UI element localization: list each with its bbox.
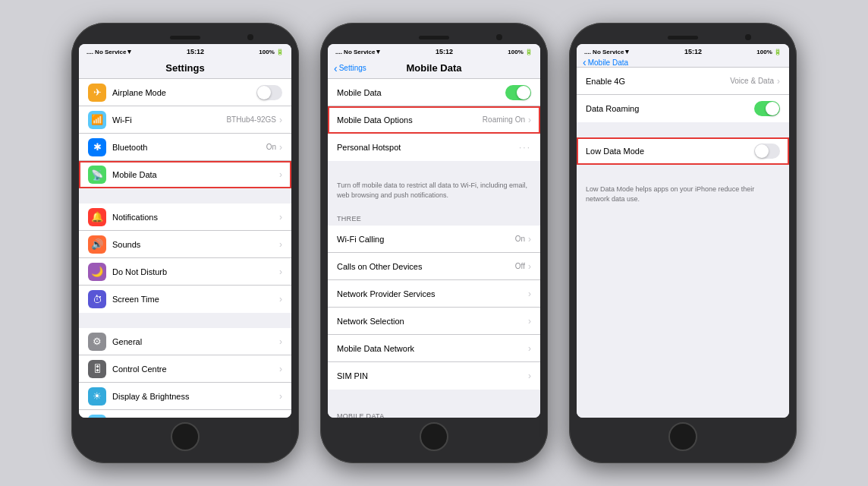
bluetooth-row[interactable]: ✱BluetoothOn› <box>79 134 291 161</box>
toggle-switch[interactable] <box>505 85 531 100</box>
wifi-icon: 📶 <box>88 111 106 129</box>
bluetooth-icon: ✱ <box>88 138 106 156</box>
enable-4g-label: Enable 4G <box>586 77 730 86</box>
home-button[interactable] <box>171 422 200 451</box>
personal-hotspot-row[interactable]: Personal Hotspot··· <box>328 134 540 161</box>
enable-4g-value: Voice & Data <box>730 77 774 85</box>
control-label: Control Centre <box>112 364 279 374</box>
wifi-row[interactable]: 📶Wi-FiBTHub4-92GS› <box>79 106 291 134</box>
phone2-shell: .... No Service ▾15:12100% 🔋‹SettingsMob… <box>320 23 548 463</box>
sim-pin-label: SIM PIN <box>337 371 528 380</box>
low-data-section-section: Low Data Mode <box>577 137 789 165</box>
toggle-thumb <box>517 86 530 99</box>
three-section: THREEWi-Fi CallingOn›Calls on Other Devi… <box>328 207 540 390</box>
status-battery: 100% 🔋 <box>756 49 782 55</box>
data-roaming-label: Data Roaming <box>586 104 754 113</box>
mobile-data-options-value: Roaming On <box>483 115 525 124</box>
status-time: 15:12 <box>436 48 453 55</box>
low-data-mode-label: Low Data Mode <box>586 147 754 156</box>
status-time: 15:12 <box>684 48 702 55</box>
mobile-data-options-label: Mobile Data Options <box>337 115 483 125</box>
home-button[interactable] <box>668 422 697 451</box>
data-roaming-row[interactable]: Data Roaming <box>577 95 789 122</box>
display-chevron: › <box>279 391 282 402</box>
calls-other-chevron: › <box>528 261 531 272</box>
notifications-label: Notifications <box>112 213 279 222</box>
display-row[interactable]: ☀Display & Brightness› <box>79 383 291 410</box>
status-battery: 100% 🔋 <box>508 49 533 55</box>
toggle-switch[interactable] <box>754 101 780 116</box>
screen-time-icon: ⏱ <box>88 290 106 308</box>
status-battery: 100% 🔋 <box>259 49 284 55</box>
accessibility-icon: ♿ <box>88 415 106 418</box>
airplane-row[interactable]: ✈Airplane Mode <box>79 79 291 106</box>
connectivity-section: ✈Airplane Mode📶Wi-FiBTHub4-92GS›✱Bluetoo… <box>79 79 291 188</box>
mobile-data-network-row[interactable]: Mobile Data Network› <box>328 335 540 362</box>
mobile-data-network-label: Mobile Data Network <box>337 344 528 353</box>
mobile-data-bottom-section: MOBILE DATA <box>328 405 540 418</box>
status-bar: .... No Service ▾15:12100% 🔋 <box>328 44 540 59</box>
wifi-calling-row[interactable]: Wi-Fi CallingOn› <box>328 226 540 253</box>
low-data-desc-description: Low Data Mode helps apps on your iPhone … <box>577 180 789 211</box>
screen-content: Mobile DataMobile Data OptionsRoaming On… <box>328 79 540 418</box>
control-row[interactable]: 🎛Control Centre› <box>79 355 291 383</box>
toggle-switch[interactable] <box>754 144 780 159</box>
status-time: 15:12 <box>187 48 204 55</box>
dnd-row[interactable]: 🌙Do Not Disturb› <box>79 258 291 286</box>
notifications-row[interactable]: 🔔Notifications› <box>79 204 291 231</box>
sim-pin-row[interactable]: SIM PIN› <box>328 362 540 390</box>
wifi-chevron: › <box>279 115 282 125</box>
general-label: General <box>112 337 279 346</box>
personal-hotspot-label: Personal Hotspot <box>337 143 519 152</box>
phone-speaker <box>419 36 449 39</box>
screen-time-row[interactable]: ⏱Screen Time› <box>79 286 291 313</box>
dnd-chevron: › <box>279 267 282 277</box>
main-section: Enable 4GVoice & Data›Data Roaming <box>577 68 789 122</box>
notifications-chevron: › <box>279 212 282 222</box>
nav-bar: ‹SettingsMobile Data <box>328 59 540 79</box>
airplane-label: Airplane Mode <box>112 88 256 97</box>
status-signal: .... No Service ▾ <box>335 48 380 55</box>
general-row[interactable]: ⚙General› <box>79 328 291 355</box>
low-data-section-group: Low Data Mode <box>577 137 789 165</box>
wifi-value: BTHub4-92GS <box>226 115 276 124</box>
mobile-data-options-row[interactable]: Mobile Data OptionsRoaming On› <box>328 106 540 134</box>
network-selection-chevron: › <box>528 316 531 327</box>
notifications-icon: 🔔 <box>88 208 106 226</box>
sounds-row[interactable]: 🔊Sounds› <box>79 231 291 258</box>
bluetooth-value: On <box>266 143 276 151</box>
three-group: Wi-Fi CallingOn›Calls on Other DevicesOf… <box>328 226 540 390</box>
display-label: Display & Brightness <box>112 392 279 401</box>
back-button[interactable]: ‹Settings <box>334 62 366 74</box>
enable-4g-row[interactable]: Enable 4GVoice & Data› <box>577 68 789 95</box>
mobile-data-row[interactable]: 📡Mobile Data› <box>79 161 291 188</box>
back-label: Mobile Data <box>588 58 628 67</box>
back-button[interactable]: ‹Mobile Data <box>583 56 628 68</box>
phone-top-bar <box>79 30 291 44</box>
mobile-data-toggle-label: Mobile Data <box>337 88 505 97</box>
dnd-icon: 🌙 <box>88 263 106 281</box>
toggle-switch[interactable] <box>256 85 282 100</box>
back-label: Settings <box>339 64 366 72</box>
mobile-data-toggle-row[interactable]: Mobile Data <box>328 79 540 106</box>
calls-other-row[interactable]: Calls on Other DevicesOff› <box>328 253 540 280</box>
system-section: ⚙General›🎛Control Centre›☀Display & Brig… <box>79 328 291 418</box>
low-data-mode-row[interactable]: Low Data Mode <box>577 137 789 165</box>
network-provider-row[interactable]: Network Provider Services› <box>328 280 540 308</box>
dnd-label: Do Not Disturb <box>112 267 279 276</box>
nav-title: Mobile Data <box>407 62 462 74</box>
phone3-shell: .... No Service ▾15:12100% 🔋‹Mobile Data… <box>569 23 797 463</box>
main-group: Mobile DataMobile Data OptionsRoaming On… <box>328 79 540 161</box>
personal-group: 🔔Notifications›🔊Sounds›🌙Do Not Disturb›⏱… <box>79 204 291 313</box>
home-button[interactable] <box>420 422 448 451</box>
phone-bottom <box>328 418 540 456</box>
phone-speaker <box>668 36 698 39</box>
airplane-icon: ✈ <box>88 84 106 102</box>
wifi-icon: ▾ <box>625 48 629 55</box>
accessibility-row[interactable]: ♿Accessibility› <box>79 410 291 418</box>
phone-camera <box>745 34 751 40</box>
sounds-label: Sounds <box>112 240 279 249</box>
network-selection-row[interactable]: Network Selection› <box>328 308 540 335</box>
nav-bar: Settings <box>79 59 291 79</box>
back-chevron: ‹ <box>334 62 338 74</box>
